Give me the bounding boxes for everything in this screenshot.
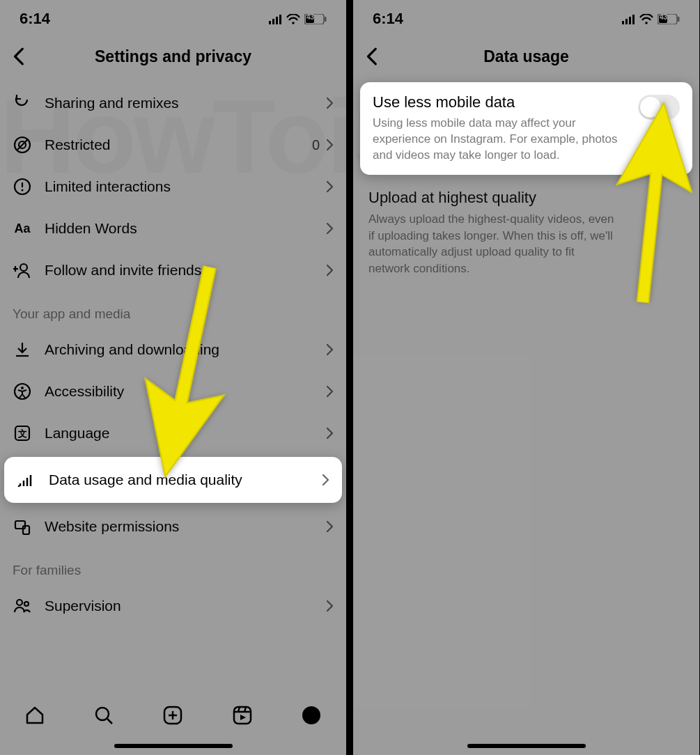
chevron-right-icon (325, 180, 335, 193)
chevron-right-icon (325, 385, 335, 398)
home-indicator (467, 744, 586, 748)
battery-level: 43 (660, 13, 667, 21)
row-limited-interactions[interactable]: Limited interactions (0, 166, 346, 208)
alert-icon (11, 176, 33, 198)
row-label: Archiving and downloading (45, 341, 325, 358)
row-label: Limited interactions (45, 178, 325, 195)
row-label: Website permissions (45, 518, 325, 535)
home-indicator (114, 744, 233, 748)
signal-icon (622, 14, 635, 24)
battery-level: 43 (306, 13, 314, 21)
tab-profile[interactable] (301, 705, 322, 729)
row-archiving[interactable]: Archiving and downloading (0, 329, 346, 371)
screenshot-divider (346, 0, 353, 755)
row-label: Data usage and media quality (49, 472, 321, 488)
page-title: Data usage (353, 47, 699, 66)
row-restricted[interactable]: Restricted 0 (0, 124, 346, 166)
page-title: Settings and privacy (0, 47, 346, 66)
tab-search[interactable] (93, 705, 114, 729)
row-hidden-words[interactable]: Aa Hidden Words (0, 208, 346, 249)
status-time: 6:14 (20, 10, 50, 28)
chevron-right-icon (321, 474, 331, 486)
toggle-use-less-data[interactable] (638, 95, 680, 120)
row-label: Restricted (45, 137, 312, 153)
back-icon[interactable] (363, 47, 382, 66)
row-data-usage[interactable]: Data usage and media quality (4, 457, 342, 503)
website-icon (11, 515, 33, 538)
back-icon[interactable] (10, 47, 29, 66)
row-label: Accessibility (45, 383, 325, 400)
chevron-right-icon (325, 139, 335, 151)
status-bar: 6:14 43 (0, 0, 346, 38)
tab-create[interactable] (162, 705, 183, 729)
chevron-right-icon (325, 222, 335, 235)
card-use-less-data: Use less mobile data Using less mobile d… (360, 82, 692, 175)
accessibility-icon (11, 380, 33, 403)
chevron-right-icon (325, 427, 335, 439)
row-accessibility[interactable]: Accessibility (0, 371, 346, 412)
row-label: Follow and invite friends (45, 262, 325, 279)
screen-header: Settings and privacy (0, 38, 346, 75)
language-icon (11, 422, 33, 444)
row-label: Language (45, 425, 325, 442)
chevron-right-icon (325, 520, 335, 533)
block-desc: Always upload the highest-quality videos… (368, 211, 619, 277)
block-upload-quality: Upload at highest quality Always upload … (353, 175, 699, 277)
card-desc: Using less mobile data may affect your e… (373, 116, 631, 164)
row-follow-invite[interactable]: Follow and invite friends (0, 249, 346, 291)
block-title: Upload at highest quality (368, 189, 684, 207)
signal-icon (269, 14, 282, 24)
add-user-icon (11, 259, 33, 281)
row-supervision[interactable]: Supervision (0, 585, 346, 627)
chevron-right-icon (325, 97, 335, 109)
section-families: For families (0, 547, 346, 585)
status-time: 6:14 (373, 10, 403, 28)
wifi-icon (286, 14, 300, 24)
wifi-icon (639, 14, 653, 24)
signal-icon (15, 469, 38, 491)
row-label: Hidden Words (45, 220, 325, 237)
tab-reels[interactable] (232, 705, 253, 729)
tab-home[interactable] (24, 705, 45, 729)
chevron-right-icon (325, 343, 335, 356)
refresh-icon (11, 92, 33, 114)
download-icon (11, 338, 33, 361)
card-title: Use less mobile data (373, 93, 631, 111)
chevron-right-icon (325, 264, 335, 277)
row-label: Sharing and remixes (45, 95, 325, 111)
chevron-right-icon (325, 600, 335, 612)
supervision-icon (11, 595, 33, 617)
phone-left: 6:14 43 Settings and privacy Sharing and… (0, 0, 346, 755)
row-label: Supervision (45, 598, 325, 614)
row-badge: 0 (312, 137, 320, 153)
row-sharing-remixes[interactable]: Sharing and remixes (0, 82, 346, 124)
section-app-media: Your app and media (0, 291, 346, 329)
row-language[interactable]: Language (0, 412, 346, 454)
screen-header: Data usage (353, 38, 699, 75)
aa-icon: Aa (11, 217, 33, 240)
restricted-icon (11, 134, 33, 156)
status-bar: 6:14 43 (353, 0, 699, 38)
row-website-permissions[interactable]: Website permissions (0, 506, 346, 547)
phone-right: 6:14 43 Data usage Use less mobile data … (353, 0, 699, 755)
